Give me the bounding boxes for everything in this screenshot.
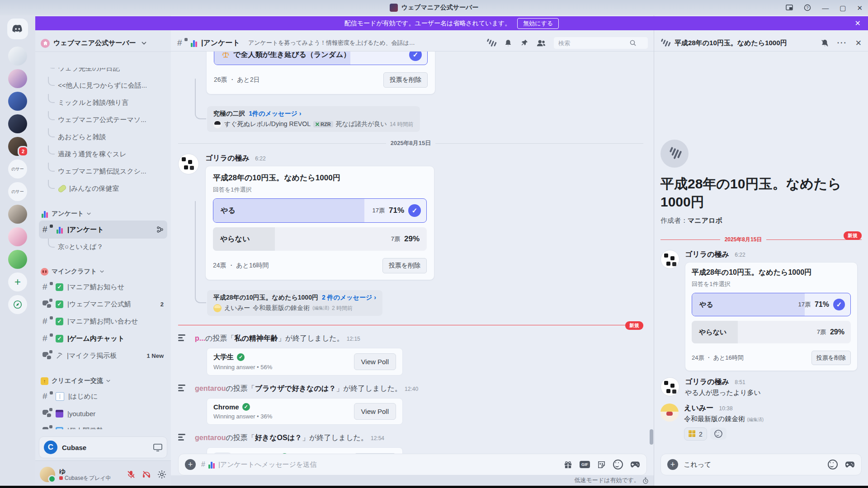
- server-icon-text[interactable]: のサー: [8, 182, 27, 201]
- thread-item[interactable]: ミックルと雑談/独り言: [39, 94, 167, 111]
- composer-draft-text[interactable]: これって: [684, 460, 711, 469]
- category-creator[interactable]: ↑ クリエイター交流: [39, 374, 167, 388]
- help-icon[interactable]: ?: [804, 4, 811, 11]
- gif-picker-icon[interactable]: GIF: [580, 461, 590, 468]
- category-minecraft[interactable]: マインクラフト: [39, 265, 167, 278]
- channel-item-unread[interactable]: # ✓ |ゲーム内チャット: [39, 330, 167, 347]
- server-icon[interactable]: [8, 69, 27, 88]
- thread-item[interactable]: ウェブマニア鯖伝説スクシ...: [39, 163, 167, 180]
- more-options-icon[interactable]: ···: [837, 39, 847, 47]
- attach-plus-icon[interactable]: +: [185, 459, 196, 470]
- reaction-pill[interactable]: 2: [684, 427, 707, 441]
- category-poll[interactable]: アンケート: [39, 207, 167, 221]
- server-icon[interactable]: [8, 92, 27, 111]
- view-poll-button[interactable]: View Poll: [354, 353, 396, 370]
- mic-muted-icon[interactable]: [127, 470, 136, 479]
- server-icon[interactable]: [8, 114, 27, 133]
- poll-option[interactable]: やらない 7票 29%: [692, 321, 851, 343]
- remove-vote-button[interactable]: 投票を削除: [811, 351, 851, 365]
- notifications-bell-icon[interactable]: [504, 39, 512, 47]
- thread-message-count-link[interactable]: 2 件のメッセージ ›: [322, 294, 376, 302]
- search-box[interactable]: [554, 37, 648, 49]
- channel-item[interactable]: |個人開発勢: [39, 422, 167, 429]
- message-author[interactable]: えいみー: [684, 404, 713, 412]
- poll-owner[interactable]: p...: [195, 334, 205, 342]
- poll-owner[interactable]: gentarou: [195, 385, 226, 392]
- close-window-button[interactable]: ✕: [857, 5, 863, 11]
- members-icon[interactable]: [537, 39, 546, 47]
- maximize-button[interactable]: ▢: [840, 5, 846, 11]
- server-icon-with-badge[interactable]: 2: [8, 137, 27, 156]
- remove-vote-button[interactable]: 投票を削除: [382, 258, 427, 273]
- message-author[interactable]: ゴリラの極み: [685, 250, 729, 258]
- remove-vote-button[interactable]: 投票を削除: [383, 72, 428, 88]
- thread-item[interactable]: ウェブ先生の声日記: [39, 68, 167, 77]
- thread-preview[interactable]: 平成28年の10円玉。なめたら1000円 2 件のメッセージ › えいみー 令和…: [207, 290, 382, 316]
- thread-message-count-link[interactable]: 1件のメッセージ ›: [249, 110, 301, 118]
- follow-tree-icon[interactable]: [156, 226, 164, 233]
- poll-option-selected[interactable]: やる 17票 71% ✓: [692, 293, 851, 316]
- disable-streamer-mode-button[interactable]: 無効にする: [517, 18, 559, 29]
- server-icon[interactable]: [8, 47, 27, 66]
- view-poll-button[interactable]: View Poll: [354, 403, 396, 420]
- server-icon[interactable]: [8, 205, 27, 224]
- minimize-button[interactable]: —: [822, 5, 829, 11]
- thread-item[interactable]: ウェブマニア公式テーマソ...: [39, 111, 167, 128]
- user-panel[interactable]: ゆ Cubaseをプレイ中: [35, 460, 171, 488]
- avatar[interactable]: [660, 404, 679, 422]
- thread-preview[interactable]: 究極の二択 1件のメッセージ › すぐ死ぬレボル/Dying REVOL RZR…: [207, 106, 420, 132]
- add-server-button[interactable]: +: [8, 272, 27, 291]
- attach-plus-icon[interactable]: +: [667, 459, 678, 470]
- message-author[interactable]: ゴリラの極み: [205, 154, 250, 162]
- poll-owner[interactable]: gentarou: [195, 434, 226, 441]
- server-icon[interactable]: [8, 227, 27, 246]
- thread-item[interactable]: あおどらと雑談: [39, 128, 167, 145]
- thread-item[interactable]: 過疎う通貨を稼ぐスレ: [39, 145, 167, 163]
- message[interactable]: ゴリラの極み 6:22 平成28年の10円玉。なめたら1000円 回答を1件選択…: [178, 154, 654, 280]
- poll-option-selected[interactable]: やる 17票 71% ✓: [213, 198, 427, 223]
- channel-topic[interactable]: アンケートを募ってみよう！情報密度を上げるため、会話は厳禁で...: [248, 39, 415, 47]
- pin-icon[interactable]: [520, 39, 528, 47]
- screen-share-icon[interactable]: [153, 444, 162, 451]
- server-icon-text[interactable]: のサー: [8, 160, 27, 178]
- thread-panel-body[interactable]: 平成28年の10円玉。なめたら1000円 作成者：マニアロボ 2025年8月15…: [654, 51, 868, 455]
- gift-icon[interactable]: [564, 460, 572, 469]
- message-list[interactable]: で全人類が生き延びる（ランダム） ✓ 26票 ・ あと2日 投票を削除 究極の二…: [171, 51, 654, 455]
- poll-option-selected[interactable]: で全人類が生き延びる（ランダム） ✓: [214, 51, 428, 65]
- composer-placeholder[interactable]: # |アンケートへメッセージを送信: [201, 460, 316, 469]
- discord-home-button[interactable]: [7, 19, 28, 39]
- thread-item[interactable]: <<他人に見つからずに会話...: [39, 77, 167, 94]
- banner-close-icon[interactable]: ✕: [855, 19, 861, 28]
- channel-item[interactable]: # |はじめに: [39, 388, 167, 405]
- thread-composer[interactable]: + これって: [660, 454, 862, 475]
- threads-icon[interactable]: [486, 38, 496, 47]
- message[interactable]: ゴリラの極み 8:51 やる人が思ったより多い: [660, 377, 862, 397]
- message[interactable]: ゴリラの極み 6:22 平成28年の10円玉。なめたら1000円 回答を1件選択…: [660, 250, 862, 371]
- add-reaction-button[interactable]: [710, 427, 726, 440]
- poll-option[interactable]: やらない 7票 29%: [213, 227, 427, 251]
- close-panel-icon[interactable]: ✕: [855, 38, 862, 48]
- search-input[interactable]: [557, 39, 627, 47]
- thread-item[interactable]: |みんなの保健室: [39, 180, 167, 197]
- pip-icon[interactable]: [786, 5, 793, 11]
- bell-muted-icon[interactable]: [821, 39, 829, 47]
- thread-item-kyo[interactable]: 京○といえば？: [39, 239, 167, 255]
- settings-gear-icon[interactable]: [157, 470, 166, 479]
- emoji-picker-icon[interactable]: [613, 460, 623, 469]
- message-composer[interactable]: + # |アンケートへメッセージを送信 GIF: [178, 454, 647, 475]
- emoji-picker-icon[interactable]: [828, 460, 838, 469]
- channel-item[interactable]: ✓ |ウェブマニア公式鯖 2: [39, 296, 167, 313]
- scrollbar-thumb[interactable]: [650, 429, 653, 445]
- channel-item[interactable]: |youtuber: [39, 405, 167, 422]
- server-icon[interactable]: [8, 250, 27, 269]
- message[interactable]: えいみー 10:38 令和最新版の錬金術 (編集済) 2: [660, 404, 862, 441]
- server-header[interactable]: ウェブマニア公式サーバー: [35, 35, 171, 52]
- channel-poll-selected[interactable]: # |アンケート: [39, 221, 167, 239]
- channel-item[interactable]: # ✓ |マニア鯖お知らせ: [39, 278, 167, 296]
- message-author[interactable]: ゴリラの極み: [685, 378, 729, 385]
- game-controller-icon[interactable]: [845, 461, 855, 468]
- game-controller-icon[interactable]: [630, 461, 640, 468]
- channel-item[interactable]: # ✓ |マニア鯖お問い合わせ: [39, 313, 167, 330]
- avatar[interactable]: [40, 467, 55, 482]
- channel-item[interactable]: |マイクラ掲示板 1 New: [39, 347, 167, 364]
